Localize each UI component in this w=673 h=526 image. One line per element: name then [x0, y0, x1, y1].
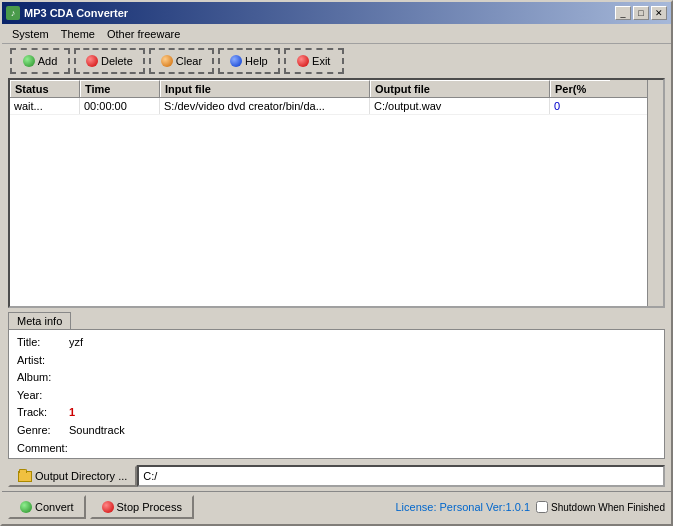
exit-button[interactable]: Exit: [284, 48, 344, 74]
col-percent: Per(%: [550, 80, 610, 97]
delete-label: Delete: [101, 55, 133, 67]
maximize-button[interactable]: □: [633, 6, 649, 20]
meta-comment-label: Comment:: [17, 440, 68, 458]
delete-button[interactable]: Delete: [74, 48, 145, 74]
meta-content: Title: yzf Artist: Album: Year: Track:: [8, 329, 665, 459]
shutdown-checkbox-input[interactable]: [536, 501, 548, 513]
add-icon: [23, 55, 35, 67]
meta-genre-label: Genre:: [17, 422, 67, 440]
exit-label: Exit: [312, 55, 330, 67]
file-list-body: wait... 00:00:00 S:/dev/video dvd creato…: [10, 98, 663, 302]
meta-genre-value: Soundtrack: [69, 422, 125, 440]
clear-icon: [161, 55, 173, 67]
menu-system[interactable]: System: [6, 26, 55, 42]
shutdown-label: Shutdown When Finished: [551, 502, 665, 513]
close-button[interactable]: ✕: [651, 6, 667, 20]
bottom-left: Convert Stop Process: [8, 495, 194, 519]
license-text: License: Personal Ver:1.0.1: [396, 501, 531, 513]
menu-theme[interactable]: Theme: [55, 26, 101, 42]
window-title: MP3 CDA Converter: [24, 7, 128, 19]
add-button[interactable]: Add: [10, 48, 70, 74]
meta-comment-line: Comment:: [17, 440, 656, 458]
content-area: Add Delete Clear Help Exit Status: [2, 44, 671, 524]
col-time: Time: [80, 80, 160, 97]
app-icon: ♪: [6, 6, 20, 20]
stop-label: Stop Process: [117, 501, 182, 513]
menu-bar: System Theme Other freeware: [2, 24, 671, 44]
stop-button[interactable]: Stop Process: [90, 495, 194, 519]
minimize-button[interactable]: _: [615, 6, 631, 20]
convert-button[interactable]: Convert: [8, 495, 86, 519]
row-output: C:/output.wav: [370, 98, 550, 114]
clear-button[interactable]: Clear: [149, 48, 214, 74]
meta-artist-label: Artist:: [17, 352, 67, 370]
meta-title-label: Title:: [17, 334, 67, 352]
delete-icon: [86, 55, 98, 67]
meta-track-value: 1: [69, 404, 75, 422]
meta-artist-line: Artist:: [17, 352, 656, 370]
convert-icon: [20, 501, 32, 513]
row-input: S:/dev/video dvd creator/bin/da...: [160, 98, 370, 114]
bottom-right: License: Personal Ver:1.0.1 Shutdown Whe…: [396, 501, 666, 513]
meta-track-label: Track:: [17, 404, 67, 422]
table-row[interactable]: wait... 00:00:00 S:/dev/video dvd creato…: [10, 98, 663, 115]
clear-label: Clear: [176, 55, 202, 67]
convert-label: Convert: [35, 501, 74, 513]
meta-album-label: Album:: [17, 369, 67, 387]
bottom-bar: Convert Stop Process License: Personal V…: [2, 491, 671, 522]
title-bar: ♪ MP3 CDA Converter _ □ ✕: [2, 2, 671, 24]
col-status: Status: [10, 80, 80, 97]
output-dir-button[interactable]: Output Directory ...: [8, 465, 137, 487]
main-window: ♪ MP3 CDA Converter _ □ ✕ System Theme O…: [0, 0, 673, 526]
output-row: Output Directory ...: [8, 465, 665, 487]
row-percent: 0: [550, 98, 610, 114]
shutdown-checkbox[interactable]: Shutdown When Finished: [536, 501, 665, 513]
help-label: Help: [245, 55, 268, 67]
meta-year-line: Year:: [17, 387, 656, 405]
output-dir-label: Output Directory ...: [35, 470, 127, 482]
meta-tab[interactable]: Meta info: [8, 312, 71, 329]
scrollbar[interactable]: [647, 80, 663, 306]
folder-icon: [18, 471, 32, 482]
meta-genre-line: Genre: Soundtrack: [17, 422, 656, 440]
exit-icon: [297, 55, 309, 67]
toolbar: Add Delete Clear Help Exit: [2, 44, 671, 78]
row-status: wait...: [10, 98, 80, 114]
add-label: Add: [38, 55, 58, 67]
file-list: Status Time Input file Output file Per(%…: [8, 78, 665, 308]
output-path-input[interactable]: [137, 465, 665, 487]
meta-album-line: Album:: [17, 369, 656, 387]
col-input: Input file: [160, 80, 370, 97]
stop-icon: [102, 501, 114, 513]
meta-track-line: Track: 1: [17, 404, 656, 422]
help-button[interactable]: Help: [218, 48, 280, 74]
help-icon: [230, 55, 242, 67]
file-list-header: Status Time Input file Output file Per(%: [10, 80, 663, 98]
row-time: 00:00:00: [80, 98, 160, 114]
menu-other[interactable]: Other freeware: [101, 26, 186, 42]
col-output: Output file: [370, 80, 550, 97]
meta-title-value: yzf: [69, 334, 83, 352]
meta-section: Meta info Title: yzf Artist: Album: Year…: [8, 312, 665, 459]
meta-title-line: Title: yzf: [17, 334, 656, 352]
meta-year-label: Year:: [17, 387, 67, 405]
